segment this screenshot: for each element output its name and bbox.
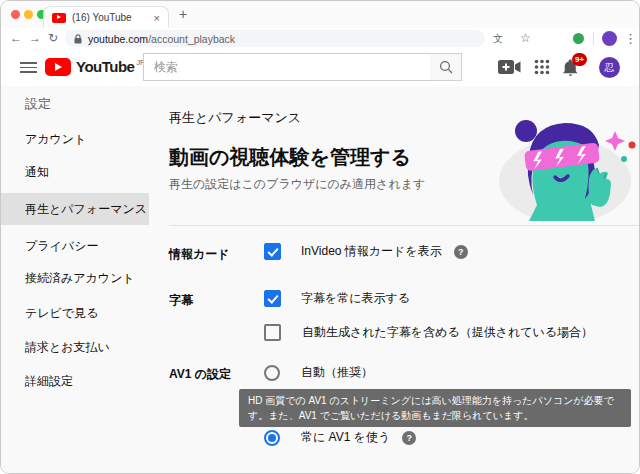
sidebar-item-connected-accounts[interactable]: 接続済みアカウント (1, 262, 149, 294)
sidebar-title: 設定 (25, 90, 51, 118)
breadcrumb: 再生とパフォーマンス (169, 109, 301, 127)
section-label-info-cards: 情報カード (169, 246, 230, 263)
traffic-light-minimize-button[interactable] (24, 10, 33, 19)
av1-tooltip: HD 画質での AV1 のストリーミングには高い処理能力を持ったパソコンが必要で… (239, 389, 631, 427)
youtube-logo[interactable]: YouTube JP (45, 58, 145, 76)
back-icon[interactable]: ← (10, 31, 22, 45)
checkbox-invideo-cards[interactable] (264, 243, 281, 260)
youtube-wordmark: YouTube (76, 58, 134, 76)
checkbox-always-show-subtitles[interactable] (264, 290, 281, 307)
youtube-favicon-icon (52, 13, 66, 23)
sidebar-item-playback[interactable]: 再生とパフォーマンス (1, 193, 149, 225)
toolbar-separator (593, 32, 594, 45)
browser-window: (16) YouTube × + ← → ↻ youtube.com/accou… (0, 0, 640, 474)
section-label-subtitles: 字幕 (169, 292, 193, 309)
search-icon (439, 60, 453, 74)
sidebar-item-billing[interactable]: 請求とお支払い (1, 331, 149, 363)
settings-sidebar: 設定 アカウント 通知 再生とパフォーマンス プライバシー 接続済みアカウント … (1, 86, 149, 473)
section-divider (169, 225, 639, 226)
forward-icon[interactable]: → (29, 31, 41, 45)
url-text: youtube.com/account_playback (88, 33, 235, 45)
extension-icon[interactable] (573, 33, 584, 44)
option-av1-always: 常に AV1 を使う ? (264, 429, 416, 446)
playback-settings-main: 再生とパフォーマンス 動画の視聴体験を管理する 再生の設定はこのブラウザにのみ適… (169, 86, 639, 473)
browser-toolbar: ← → ↻ youtube.com/account_playback 文 ☆ ⋮ (1, 28, 639, 50)
tab-title: (16) YouTube (72, 12, 150, 23)
youtube-header: YouTube JP (1, 49, 639, 87)
search-button[interactable] (430, 53, 462, 81)
reload-icon[interactable]: ↻ (48, 31, 58, 45)
sidebar-item-privacy[interactable]: プライバシー (1, 230, 149, 262)
page-subtitle: 再生の設定はこのブラウザにのみ適用されます (169, 176, 425, 193)
option-label: InVideo 情報カードを表示 (301, 243, 442, 260)
section-label-av1: AV1 の設定 (169, 366, 231, 383)
browser-tab-youtube[interactable]: (16) YouTube × (43, 6, 169, 28)
help-icon[interactable]: ? (402, 431, 416, 445)
option-label: 字幕を常に表示する (301, 290, 410, 307)
radio-av1-auto[interactable] (264, 365, 280, 381)
checkbox-auto-generated-subtitles[interactable] (264, 324, 281, 341)
playback-illustration (499, 109, 639, 221)
option-av1-auto: 自動（推奨） (264, 364, 373, 381)
browser-menu-icon[interactable]: ⋮ (624, 31, 637, 46)
browser-profile-avatar[interactable] (602, 31, 617, 46)
hamburger-menu-icon[interactable] (20, 62, 37, 73)
url-path: /account_playback (148, 33, 235, 45)
page-title: 動画の視聴体験を管理する (169, 144, 411, 171)
option-always-show-subtitles: 字幕を常に表示する (264, 290, 410, 307)
help-icon[interactable]: ? (454, 245, 468, 259)
bookmark-star-icon[interactable]: ☆ (520, 31, 531, 45)
lock-icon (74, 34, 82, 44)
new-tab-button[interactable]: + (179, 6, 187, 22)
youtube-play-icon (45, 58, 71, 76)
tab-close-icon[interactable]: × (154, 12, 160, 24)
search-input[interactable] (143, 53, 431, 81)
tab-strip: (16) YouTube × + (1, 1, 639, 29)
traffic-light-close-button[interactable] (11, 10, 20, 19)
option-label: 自動生成された字幕を含める（提供されている場合） (302, 324, 593, 341)
option-label: 自動（推奨） (301, 364, 373, 381)
url-host: youtube.com (88, 33, 148, 45)
sidebar-item-advanced[interactable]: 詳細設定 (1, 365, 149, 397)
notification-count-badge: 9+ (572, 53, 587, 66)
option-label: 常に AV1 を使う (301, 429, 390, 446)
translate-icon[interactable]: 文 (493, 32, 503, 46)
option-auto-generated-subtitles: 自動生成された字幕を含める（提供されている場合） (264, 324, 593, 341)
apps-grid-icon[interactable] (534, 59, 550, 79)
sidebar-item-watch-on-tv[interactable]: テレビで見る (1, 297, 149, 329)
create-video-icon[interactable] (498, 59, 521, 79)
settings-page: 設定 アカウント 通知 再生とパフォーマンス プライバシー 接続済みアカウント … (1, 86, 639, 473)
sidebar-item-account[interactable]: アカウント (1, 123, 149, 155)
option-invideo-cards: InVideo 情報カードを表示 ? (264, 243, 468, 260)
radio-av1-always[interactable] (264, 430, 280, 446)
sidebar-item-notifications[interactable]: 通知 (1, 156, 149, 188)
account-avatar[interactable]: 忍 (599, 57, 620, 78)
address-bar[interactable]: youtube.com/account_playback (65, 30, 485, 47)
